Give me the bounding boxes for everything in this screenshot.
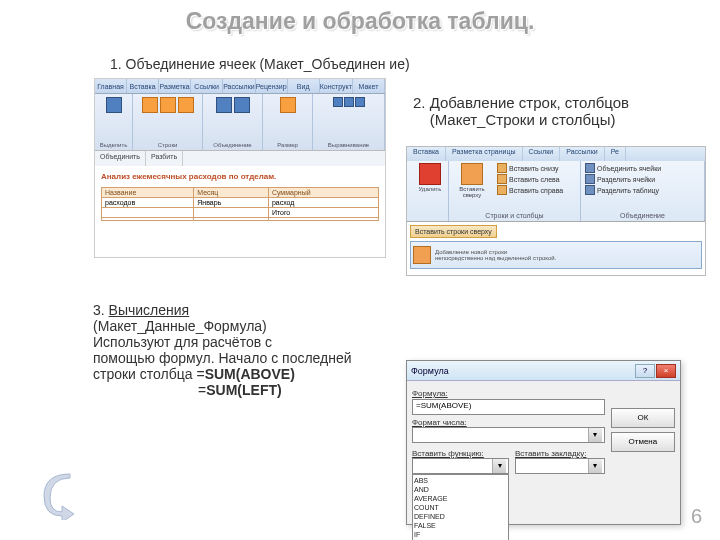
rows-icon[interactable] xyxy=(160,97,176,113)
select-icon[interactable] xyxy=(106,97,122,113)
context-menu: Объединить Разбить xyxy=(95,150,385,166)
insert-left-button[interactable]: Вставить слева xyxy=(495,174,565,184)
chevron-down-icon[interactable]: ▾ xyxy=(588,428,602,442)
row-icon xyxy=(497,174,507,184)
btn-label: Объединить ячейки xyxy=(597,165,661,172)
merge-cells-button[interactable]: Объединить ячейки xyxy=(583,163,702,173)
section3-line2: Используют для расчётов с xyxy=(93,334,272,350)
formula-label: Формула: xyxy=(412,389,605,398)
formula-above: SUM(ABOVE) xyxy=(205,366,295,382)
insert-right-button[interactable]: Вставить справа xyxy=(495,185,565,195)
list-item[interactable]: AND xyxy=(414,485,507,494)
row-icon xyxy=(497,185,507,195)
list-item[interactable]: COUNT xyxy=(414,503,507,512)
section2-label: 2. Добавление строк, столбцов (Макет_Стр… xyxy=(413,94,629,128)
insert-below-button[interactable]: Вставить снизу xyxy=(495,163,565,173)
tab[interactable]: Макет xyxy=(353,79,385,93)
dialog-titlebar[interactable]: Формула ? × xyxy=(407,361,680,381)
list-item[interactable]: DEFINED xyxy=(414,512,507,521)
tab[interactable]: Вид xyxy=(288,79,320,93)
chevron-down-icon[interactable]: ▾ xyxy=(588,459,602,473)
list-item[interactable]: FALSE xyxy=(414,521,507,530)
ribbon2-tabs: Вставка Разметка страницы Ссылки Рассылк… xyxy=(407,147,705,161)
tooltip-dropdown: Вставить строки сверху Добавление новой … xyxy=(407,221,705,275)
sample-table: НазваниеМесяцСуммарный расходовЯнварьрас… xyxy=(101,187,379,221)
group-rows: Строки xyxy=(133,94,203,150)
tab[interactable]: Ре xyxy=(605,147,626,161)
tab[interactable]: Главная xyxy=(95,79,127,93)
btn-label: Вставить снизу xyxy=(509,165,559,172)
func-select[interactable]: ▾ xyxy=(412,458,509,474)
rows-icon[interactable] xyxy=(178,97,194,113)
section2-number: 2. xyxy=(413,94,426,111)
tab[interactable]: Вставка xyxy=(127,79,159,93)
list-item[interactable]: IF xyxy=(414,530,507,539)
formula-dialog: Формула ? × Формула: =SUM(ABOVE) Формат … xyxy=(406,360,681,525)
section3-number: 3. xyxy=(93,302,105,318)
section3: 3. Вычисления (Макет_Данные_Формула) Исп… xyxy=(93,302,393,398)
formula-left: SUM(LEFT) xyxy=(206,382,281,398)
split-cells-button[interactable]: Разделить ячейки xyxy=(583,174,702,184)
tooltip-icon xyxy=(413,246,431,264)
split-icon xyxy=(585,174,595,184)
tab[interactable]: Ссылки xyxy=(191,79,223,93)
align-icon[interactable] xyxy=(344,97,354,107)
section1-text: Объединение ячеек (Макет_Объединен ие) xyxy=(126,56,410,72)
ribbon-merge-screenshot: Главная Вставка Разметка Ссылки Рассылки… xyxy=(94,78,386,258)
help-button[interactable]: ? xyxy=(635,364,655,378)
chevron-down-icon[interactable]: ▾ xyxy=(492,459,506,473)
format-select[interactable]: ▾ xyxy=(412,427,605,443)
tab[interactable]: Рассылки xyxy=(560,147,604,161)
btn-label: Вставить справа xyxy=(509,187,563,194)
cancel-button[interactable]: Отмена xyxy=(611,432,675,452)
ribbon-rows-screenshot: Вставка Разметка страницы Ссылки Рассылк… xyxy=(406,146,706,276)
list-item[interactable]: ABS xyxy=(414,476,507,485)
tab[interactable]: Конструкт xyxy=(320,79,353,93)
td: Итого xyxy=(268,208,378,218)
group-merge: Объединить ячейки Разделить ячейки Разде… xyxy=(581,161,705,221)
bookmark-select[interactable]: ▾ xyxy=(515,458,605,474)
context-split[interactable]: Разбить xyxy=(146,151,183,166)
td xyxy=(268,218,378,221)
section2-line2: (Макет_Строки и столбцы) xyxy=(430,111,616,128)
rows-icon[interactable] xyxy=(142,97,158,113)
split-table-button[interactable]: Разделить таблицу xyxy=(583,185,702,195)
th: Название xyxy=(102,188,194,198)
tab[interactable]: Вставка xyxy=(407,147,446,161)
align-icon[interactable] xyxy=(355,97,365,107)
split-icon[interactable] xyxy=(234,97,250,113)
tooltip-content: Добавление новой строкинепосредственно н… xyxy=(410,241,702,269)
td xyxy=(194,208,269,218)
list-item[interactable]: AVERAGE xyxy=(414,494,507,503)
dialog-title: Формула xyxy=(411,366,449,376)
formula-input[interactable]: =SUM(ABOVE) xyxy=(412,399,605,415)
td xyxy=(194,218,269,221)
delete-icon xyxy=(419,163,441,185)
page-number: 6 xyxy=(691,505,702,528)
tab[interactable]: Ссылки xyxy=(523,147,561,161)
tab[interactable]: Разметка xyxy=(159,79,191,93)
tab[interactable]: Рассылки xyxy=(223,79,255,93)
tooltip-line2: непосредственно над выделенной строкой. xyxy=(435,255,556,261)
merge-icon[interactable] xyxy=(216,97,232,113)
insert-top-icon xyxy=(461,163,483,185)
tab[interactable]: Разметка страницы xyxy=(446,147,523,161)
align-icon[interactable] xyxy=(333,97,343,107)
btn-label: Разделить таблицу xyxy=(597,187,659,194)
close-button[interactable]: × xyxy=(656,364,676,378)
td: расход xyxy=(268,198,378,208)
ribbon1-tools: Выделить Строки Объединение Размер Вырав… xyxy=(95,94,385,150)
td: Январь xyxy=(194,198,269,208)
insert-top-button[interactable]: Вставить сверху xyxy=(451,163,493,198)
ribbon1-tabs: Главная Вставка Разметка Ссылки Рассылки… xyxy=(95,79,385,94)
context-merge[interactable]: Объединить xyxy=(95,151,146,166)
ok-button[interactable]: ОК xyxy=(611,408,675,428)
merge-icon xyxy=(585,163,595,173)
group-select: Выделить xyxy=(95,94,133,150)
func-list[interactable]: ABS AND AVERAGE COUNT DEFINED FALSE IF I… xyxy=(412,474,509,540)
tab[interactable]: Рецензир xyxy=(256,79,288,93)
delete-button[interactable]: Удалить xyxy=(409,163,451,192)
th: Месяц xyxy=(194,188,269,198)
size-icon[interactable] xyxy=(280,97,296,113)
group-size: Размер xyxy=(263,94,313,150)
